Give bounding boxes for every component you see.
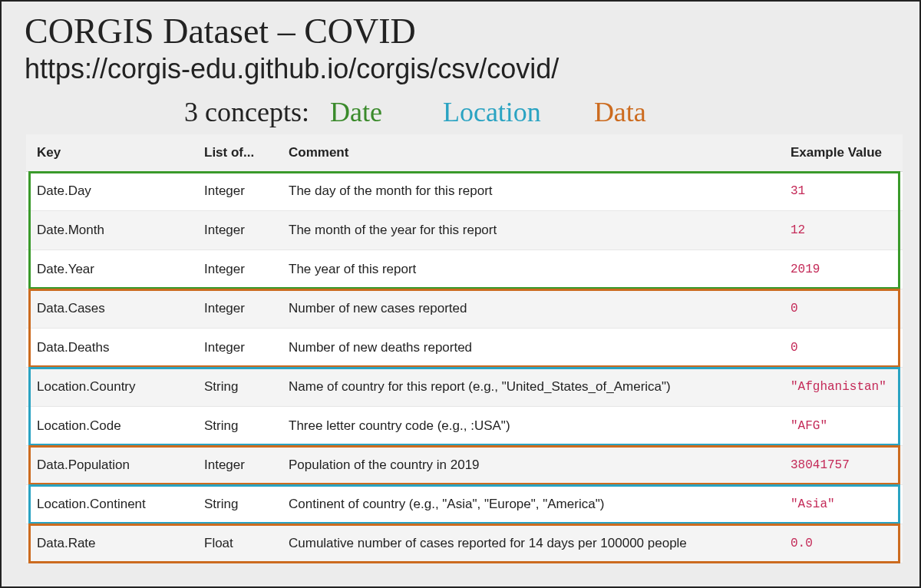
cell-example: "Asia" [780,485,903,524]
header-key: Key [26,134,193,172]
cell-comment: Cumulative number of cases reported for … [278,524,780,563]
cell-type: String [193,485,278,524]
cell-type: Integer [193,446,278,485]
dataset-url: https://corgis-edu.github.io/corgis/csv/… [25,53,904,85]
cell-example: 2019 [780,250,903,289]
cell-key: Date.Year [26,250,193,289]
cell-example: "AFG" [780,407,903,446]
cell-key: Location.Country [26,368,193,407]
cell-comment: The day of the month for this report [278,172,780,211]
cell-key: Location.Continent [26,485,193,524]
cell-comment: The month of the year for this report [278,211,780,250]
cell-example: 12 [780,211,903,250]
cell-key: Data.Population [26,446,193,485]
header-comment: Comment [278,134,780,172]
cell-key: Data.Rate [26,524,193,563]
concept-date: Date [330,97,382,127]
table-row: Data.PopulationIntegerPopulation of the … [26,446,903,485]
cell-example: 0 [780,289,903,329]
page-title: CORGIS Dataset – COVID [25,11,904,51]
cell-example: 0.0 [780,524,903,563]
table-row: Date.DayIntegerThe day of the month for … [26,172,903,211]
cell-key: Data.Deaths [26,329,193,368]
table-row: Location.ContinentStringContinent of cou… [26,485,903,524]
cell-comment: Continent of country (e.g., "Asia", "Eur… [278,485,780,524]
cell-example: 38041757 [780,446,903,485]
table-container: Key List of... Comment Example Value Dat… [26,134,903,563]
cell-example: "Afghanistan" [780,368,903,407]
cell-type: Integer [193,172,278,211]
concept-data: Data [594,97,646,127]
cell-comment: Number of new cases reported [278,289,780,329]
cell-key: Data.Cases [26,289,193,329]
concepts-label: 3 concepts: [184,97,309,127]
concepts-line: 3 concepts: Date Location Data [184,96,904,128]
cell-comment: Number of new deaths reported [278,329,780,368]
cell-comment: Three letter country code (e.g., :USA") [278,407,780,446]
table-row: Location.CodeStringThree letter country … [26,407,903,446]
cell-key: Date.Month [26,211,193,250]
table-row: Date.YearIntegerThe year of this report2… [26,250,903,289]
dataset-table: Key List of... Comment Example Value Dat… [26,134,903,563]
table-row: Data.DeathsIntegerNumber of new deaths r… [26,329,903,368]
cell-example: 31 [780,172,903,211]
cell-type: Float [193,524,278,563]
cell-type: Integer [193,329,278,368]
header-example: Example Value [780,134,903,172]
header-type: List of... [193,134,278,172]
cell-type: Integer [193,211,278,250]
cell-type: Integer [193,289,278,329]
table-header-row: Key List of... Comment Example Value [26,134,903,172]
cell-key: Date.Day [26,172,193,211]
cell-comment: Name of country for this report (e.g., "… [278,368,780,407]
cell-key: Location.Code [26,407,193,446]
cell-type: String [193,368,278,407]
cell-comment: Population of the country in 2019 [278,446,780,485]
table-row: Date.MonthIntegerThe month of the year f… [26,211,903,250]
table-row: Data.CasesIntegerNumber of new cases rep… [26,289,903,329]
cell-example: 0 [780,329,903,368]
concept-location: Location [443,97,541,127]
cell-type: String [193,407,278,446]
cell-comment: The year of this report [278,250,780,289]
cell-type: Integer [193,250,278,289]
table-row: Data.RateFloatCumulative number of cases… [26,524,903,563]
table-row: Location.CountryStringName of country fo… [26,368,903,407]
